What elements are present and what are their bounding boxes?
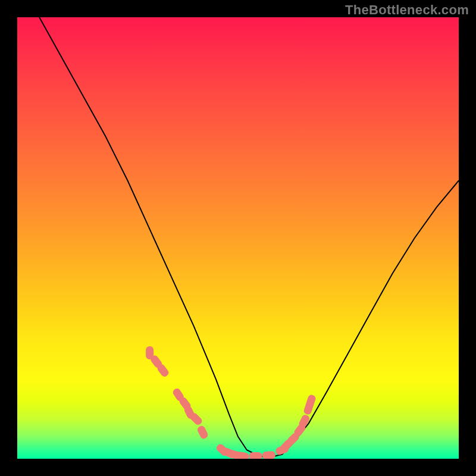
watermark-text: TheBottleneck.com bbox=[345, 2, 469, 18]
highlight-dot bbox=[262, 451, 275, 459]
chart-area bbox=[17, 17, 459, 459]
chart-svg bbox=[17, 17, 459, 459]
bottleneck-curve bbox=[17, 17, 459, 456]
highlight-dot bbox=[196, 425, 209, 440]
highlight-dot bbox=[249, 452, 262, 459]
